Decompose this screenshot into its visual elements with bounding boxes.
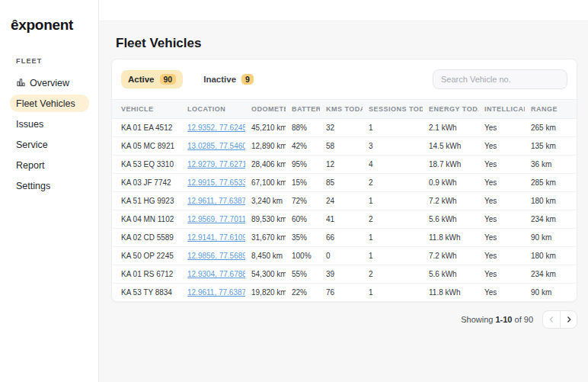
sidebar-item-overview[interactable]: Overview [10, 74, 89, 91]
location-link[interactable]: 12.9611, 77.6387 [187, 288, 245, 297]
sidebar-item-fleet-vehicles[interactable]: Fleet Vehicles [10, 95, 89, 112]
vehicle-cell: KA 50 OP 2245 [112, 247, 181, 265]
kms_today-cell: 39 [320, 265, 363, 284]
chevron-left-icon [548, 316, 554, 323]
battery-cell: 35% [286, 229, 320, 247]
vehicle-cell: KA 01 EA 4512 [112, 119, 181, 137]
battery-cell: 72% [286, 192, 320, 210]
odometer-cell: 28,406 km [245, 156, 286, 174]
sessions_today-cell: 1 [363, 247, 423, 265]
prev-page-button[interactable] [543, 311, 560, 328]
battery-cell: 95% [286, 156, 320, 174]
location-cell: 12.9304, 77.6788 [181, 265, 245, 284]
intellicar-cell: Yes [478, 137, 525, 156]
tab-label: Inactive [203, 75, 236, 84]
odometer-cell: 89,530 km [245, 210, 286, 229]
tab-active[interactable]: Active 90 [121, 70, 183, 88]
location-cell: 12.9611, 77.6387 [181, 192, 245, 210]
location-link[interactable]: 12.9569, 77.7011 [187, 215, 245, 223]
location-link[interactable]: 12.9304, 77.6788 [187, 270, 245, 278]
location-link[interactable]: 12.9915, 77.6533 [187, 178, 245, 187]
kms_today-cell: 66 [320, 229, 363, 247]
vehicle-cell: KA 53 EQ 3310 [112, 156, 181, 174]
range-cell: 180 km [525, 192, 577, 210]
location-link[interactable]: 12.9856, 77.5689 [187, 252, 245, 260]
odometer-cell: 67,100 km [245, 174, 286, 192]
location-cell: 12.9915, 77.6533 [181, 174, 245, 192]
table-row: KA 01 EA 451212.9352, 77.624545,210 km88… [112, 119, 577, 137]
sessions_today-cell: 2 [363, 174, 423, 192]
intellicar-cell: Yes [478, 229, 525, 247]
sidebar-item-settings[interactable]: Settings [10, 177, 89, 194]
range-cell: 135 km [525, 137, 577, 156]
location-link[interactable]: 12.9141, 77.6109 [187, 233, 245, 242]
pager [542, 310, 577, 329]
sidebar-item-label: Fleet Vehicles [16, 98, 75, 109]
sidebar-item-label: Report [16, 160, 45, 171]
chevron-right-icon [566, 316, 572, 323]
intellicar-cell: Yes [478, 247, 525, 265]
location-link[interactable]: 12.9352, 77.6245 [187, 124, 245, 132]
pagination: Showing 1-10 of 90 [111, 310, 577, 329]
location-cell: 13.0285, 77.5460 [181, 137, 245, 156]
top-bar [99, 0, 588, 21]
kms_today-cell: 41 [320, 210, 363, 229]
main-area: Fleet Vehicles Active 90 Inactive 9 [99, 0, 588, 382]
column-header-vehicle: VEHICLE [112, 100, 181, 119]
search-input[interactable] [433, 69, 567, 89]
sidebar-item-label: Overview [30, 78, 69, 88]
table-row: KA 51 HG 992312.9611, 77.63873,240 km72%… [112, 192, 577, 210]
odometer-cell: 8,450 km [245, 247, 286, 265]
range-cell: 285 km [525, 174, 577, 192]
sidebar-item-service[interactable]: Service [10, 136, 89, 153]
column-header-energy_today: ENERGY TODAY [423, 100, 478, 119]
location-cell: 12.9352, 77.6245 [181, 119, 245, 137]
pagination-range: 1-10 [495, 315, 512, 324]
table-body: KA 01 EA 451212.9352, 77.624545,210 km88… [112, 119, 577, 302]
tab-inactive[interactable]: Inactive 9 [197, 70, 260, 88]
pagination-info: Showing 1-10 of 90 [461, 315, 533, 324]
location-cell: 12.9569, 77.7011 [181, 210, 245, 229]
vehicle-cell: KA 51 HG 9923 [112, 192, 181, 210]
energy_today-cell: 2.1 kWh [423, 119, 478, 137]
kms_today-cell: 24 [320, 192, 363, 210]
location-link[interactable]: 12.9611, 77.6387 [187, 197, 245, 205]
sessions_today-cell: 2 [363, 265, 423, 284]
location-cell: 12.9141, 77.6109 [181, 229, 245, 247]
sessions_today-cell: 4 [363, 156, 423, 174]
table-row: KA 04 MN 110212.9569, 77.701189,530 km60… [112, 210, 577, 229]
energy_today-cell: 14.5 kWh [423, 137, 478, 156]
next-page-button[interactable] [560, 311, 577, 328]
search-box [433, 69, 567, 89]
battery-cell: 60% [286, 210, 320, 229]
vehicle-cell: KA 05 MC 8921 [112, 137, 181, 156]
location-link[interactable]: 12.9279, 77.6271 [187, 160, 245, 169]
sidebar-item-report[interactable]: Report [10, 156, 89, 174]
active-count-badge: 90 [160, 74, 177, 85]
column-header-kms_today: KMS TODAY [320, 100, 363, 119]
vehicle-cell: KA 01 RS 6712 [112, 265, 181, 284]
inactive-count-badge: 9 [241, 74, 254, 85]
location-link[interactable]: 13.0285, 77.5460 [187, 142, 245, 150]
vehicle-cell: KA 04 MN 1102 [112, 210, 181, 229]
table-header-row: VEHICLELOCATIONODOMETERBATTERYKMS TODAYS… [112, 100, 577, 119]
kms_today-cell: 12 [320, 156, 363, 174]
energy_today-cell: 7.2 kWh [423, 247, 478, 265]
table-row: KA 02 CD 558912.9141, 77.610931,670 km35… [112, 229, 577, 247]
location-cell: 12.9856, 77.5689 [181, 247, 245, 265]
sessions_today-cell: 1 [363, 192, 423, 210]
sessions_today-cell: 1 [363, 229, 423, 247]
column-header-battery: BATTERY [286, 100, 320, 119]
table-row: KA 03 JF 774212.9915, 77.653367,100 km15… [112, 174, 577, 192]
energy_today-cell: 5.6 kWh [423, 265, 478, 284]
sidebar-item-issues[interactable]: Issues [10, 115, 89, 133]
sidebar: êxponent FLEET Overview Fleet Vehicles I… [0, 0, 99, 382]
tab-label: Active [128, 75, 155, 84]
column-header-sessions_today: SESSIONS TODAY [363, 100, 423, 119]
vehicle-cell: KA 03 JF 7742 [112, 174, 181, 192]
intellicar-cell: Yes [478, 156, 525, 174]
range-cell: 265 km [525, 119, 577, 137]
battery-cell: 55% [286, 265, 320, 284]
energy_today-cell: 11.8 kWh [423, 284, 478, 302]
table-row: KA 05 MC 892113.0285, 77.546012,890 km42… [112, 137, 577, 156]
